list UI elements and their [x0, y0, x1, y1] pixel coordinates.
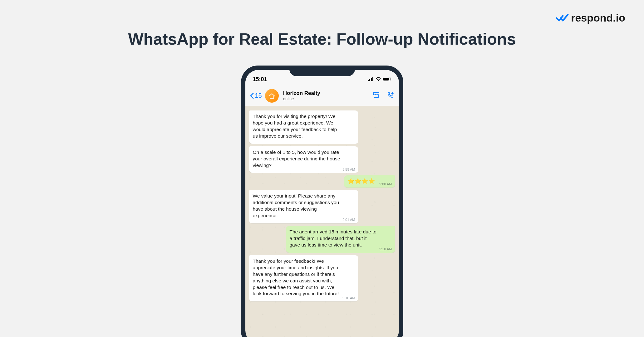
- message-time: 8:59 AM: [342, 167, 355, 172]
- back-button[interactable]: 15: [250, 92, 262, 99]
- wifi-icon: [376, 76, 381, 83]
- avatar[interactable]: [265, 89, 279, 103]
- message-time: 9:01 AM: [342, 217, 355, 222]
- chat-header: 15 Horizon Realty online: [245, 85, 399, 106]
- phone-screen: 15:01 15: [245, 70, 399, 337]
- message-time: 9:00 AM: [379, 182, 392, 187]
- brand-check-icon: [556, 13, 569, 23]
- house-icon: [268, 92, 276, 100]
- message-bubble[interactable]: ⭐⭐⭐⭐9:00 AM: [344, 175, 395, 188]
- message-text: The agent arrived 15 minutes late due to…: [290, 229, 391, 248]
- message-text: ⭐⭐⭐⭐: [348, 178, 378, 185]
- brand-name: respond.io: [571, 12, 625, 24]
- phone-frame: 15:01 15: [241, 66, 403, 337]
- contact-name: Horizon Realty: [283, 90, 370, 96]
- svg-rect-1: [369, 79, 370, 81]
- svg-rect-5: [383, 78, 389, 81]
- svg-rect-2: [371, 78, 372, 81]
- page-title: WhatsApp for Real Estate: Follow-up Noti…: [0, 30, 644, 48]
- status-icons: [357, 76, 391, 83]
- message-bubble[interactable]: Thank you for your feedback! We apprecia…: [249, 255, 358, 302]
- brand-logo: respond.io: [556, 12, 625, 24]
- chat-body[interactable]: Thank you for visiting the property! We …: [245, 106, 399, 306]
- chevron-left-icon: [250, 93, 254, 99]
- call-add-icon[interactable]: [386, 91, 395, 100]
- message-bubble[interactable]: The agent arrived 15 minutes late due to…: [286, 226, 395, 253]
- svg-rect-3: [372, 77, 373, 81]
- contact-status: online: [283, 96, 370, 101]
- message-text: Thank you for visiting the property! We …: [253, 113, 355, 139]
- message-text: On a scale of 1 to 5, how would you rate…: [253, 149, 355, 169]
- svg-rect-6: [391, 78, 391, 80]
- message-bubble[interactable]: We value your input! Please share any ad…: [249, 190, 358, 223]
- svg-rect-0: [368, 80, 369, 81]
- header-actions: [372, 91, 395, 100]
- status-time: 15:01: [253, 76, 287, 83]
- battery-icon: [383, 76, 391, 83]
- contact-info[interactable]: Horizon Realty online: [283, 90, 370, 101]
- signal-icon: [368, 76, 374, 83]
- message-bubble[interactable]: Thank you for visiting the property! We …: [249, 110, 358, 144]
- store-icon[interactable]: [372, 91, 380, 100]
- message-time: 9:10 AM: [379, 247, 392, 252]
- message-time: 9:10 AM: [342, 296, 355, 300]
- message-text: We value your input! Please share any ad…: [253, 193, 355, 219]
- message-bubble[interactable]: On a scale of 1 to 5, how would you rate…: [249, 146, 358, 173]
- phone-notch: [289, 66, 355, 76]
- back-count: 15: [255, 92, 262, 99]
- message-text: Thank you for your feedback! We apprecia…: [253, 258, 355, 297]
